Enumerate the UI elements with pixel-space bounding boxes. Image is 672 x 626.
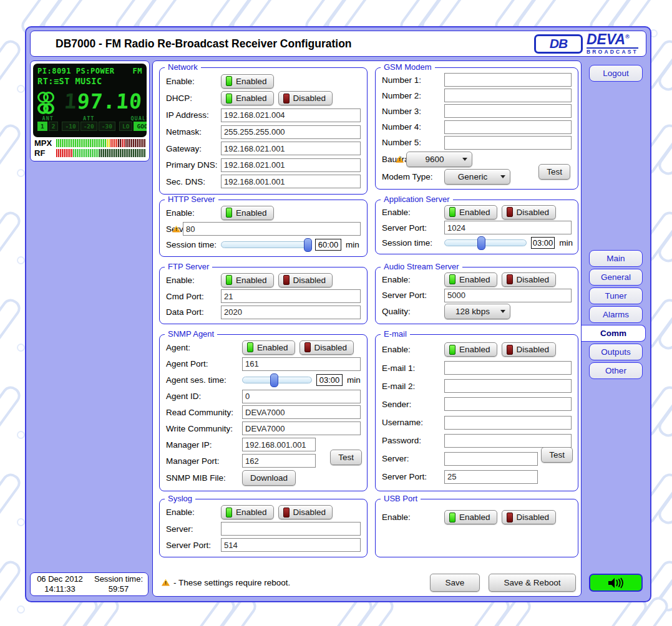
snmp-write-community-input[interactable] [242,421,361,435]
email-e-mail-1-input[interactable] [444,361,572,375]
green-led-icon [226,76,232,86]
email-server-input[interactable] [444,452,538,466]
gsm-test-button[interactable]: Test [538,164,570,180]
email-username-label: Username: [382,418,444,427]
slider-thumb[interactable] [477,236,485,250]
email-sender-input[interactable] [444,397,572,411]
gsm-baudrate-select[interactable]: 9600 [406,152,472,167]
audiostream-server-port-input[interactable] [444,289,572,302]
audiostream-quality-select[interactable]: 128 kbps [444,304,510,319]
tab-tuner[interactable]: Tuner [589,287,643,304]
tab-general[interactable]: General [589,269,643,286]
meter-segment [129,139,130,147]
meter-segment [137,149,138,157]
meter-segment [97,139,99,147]
snmp-enabled-button[interactable]: Enabled [242,340,295,355]
appserver-server-port-input[interactable] [444,221,572,234]
tab-alarms[interactable]: Alarms [589,306,643,323]
syslog-server-port-input[interactable] [221,538,361,552]
gsm-number-5-input[interactable] [444,136,572,150]
email-enabled-button[interactable]: Enabled [444,342,497,357]
tab-main[interactable]: Main [589,250,643,267]
meter-segment [79,149,80,157]
http-server-port-input[interactable] [183,222,361,236]
tab-comm[interactable]: Comm [582,325,646,342]
network-sec-dns-input[interactable] [221,175,361,188]
network-primary-dns-input[interactable] [221,158,361,172]
syslog-server-input[interactable] [221,522,361,536]
snmp-disabled-button[interactable]: Disabled [299,340,354,355]
appserver-session-time-slider[interactable] [444,239,527,246]
snmp-manager-ip-input[interactable] [242,438,316,451]
meter-segment [139,139,140,147]
ftp-disabled-button[interactable]: Disabled [278,273,333,287]
appserver-enabled-button[interactable]: Enabled [444,205,497,219]
snmp-agent-port-input[interactable] [242,357,361,371]
email-test-button[interactable]: Test [541,447,573,463]
ftp-cmd-port-input[interactable] [221,289,361,303]
row-control: Enabled [221,206,362,220]
meter-label: MPX [34,138,54,148]
tab-outputs[interactable]: Outputs [589,344,643,360]
syslog-disabled-button[interactable]: Disabled [278,505,333,519]
email-password-input[interactable] [444,434,572,448]
email-e-mail-2-input[interactable] [444,379,572,393]
snmp-read-community-input[interactable] [242,405,361,419]
snmp-manager-port-input[interactable] [242,454,316,468]
snmp-agent-id-input[interactable] [242,390,361,403]
snmp-session-time-slider[interactable] [242,377,312,383]
gsm-number-2-input[interactable] [444,89,572,102]
warning-icon [162,579,170,586]
rf-meter: RF [34,148,145,158]
meter-segment [116,149,117,157]
section-title: Network [165,62,201,72]
gsm-number-1-input[interactable] [444,73,572,87]
http-session-time-label: Session time: [166,240,221,249]
slider-thumb[interactable] [270,373,278,387]
snmp-test-button[interactable]: Test [330,450,362,465]
background-logo-watermark [0,380,26,443]
appserver-disabled-button[interactable]: Disabled [502,205,557,219]
usb-enabled-button[interactable]: Enabled [444,510,497,524]
gsm-number-3-input[interactable] [444,104,572,118]
network-gateway-input[interactable] [221,142,361,155]
section-rows: Enable:EnabledDisabledCmd Port:Data Port… [166,271,362,321]
ftp-enabled-button[interactable]: Enabled [221,273,274,287]
mpx-meter: MPX [34,138,145,148]
email-username-input[interactable] [444,416,572,430]
network-enabled-button[interactable]: Enabled [221,91,274,105]
network-disabled-button[interactable]: Disabled [278,91,333,105]
logout-button[interactable]: Logout [589,65,643,82]
http-enabled-button[interactable]: Enabled [221,206,274,220]
form-row: Session time:03:00min [382,236,573,250]
network-netmask-input[interactable] [221,125,361,139]
form-row: Session time:60:00min [166,238,362,252]
gsm-number-4-input[interactable] [444,120,572,134]
form-row: Server Port: [166,222,362,236]
row-control [444,120,573,134]
network-ip-address-input[interactable] [221,108,361,122]
network-enabled-button[interactable]: Enabled [221,74,274,89]
email-server-port-input[interactable] [444,470,538,484]
select-value: 9600 [407,155,462,164]
audiostream-disabled-button[interactable]: Disabled [502,272,557,287]
gsm-modem-type-select[interactable]: Generic [444,169,510,185]
http-session-time-slider[interactable] [221,241,311,248]
meter-segment [131,139,132,147]
email-server-label: Server: [382,454,444,463]
tab-other[interactable]: Other [589,362,643,379]
save-and-reboot-button[interactable]: Save & Reboot [489,574,576,592]
lcd-cells: LOGOODHI [119,122,147,131]
chevron-down-icon [462,158,467,161]
syslog-enabled-button[interactable]: Enabled [221,505,274,519]
slider-thumb[interactable] [304,238,312,252]
download-button[interactable]: Download [242,470,296,486]
logo-subtitle: BROADCAST [587,47,638,55]
ftp-data-port-input[interactable] [221,306,361,319]
email-disabled-button[interactable]: Disabled [502,342,557,357]
current-date: 06 Dec 2012 [31,574,89,584]
audio-monitor-button[interactable] [589,574,643,592]
save-button[interactable]: Save [430,574,480,592]
usb-disabled-button[interactable]: Disabled [502,510,557,524]
audiostream-enabled-button[interactable]: Enabled [444,272,497,287]
